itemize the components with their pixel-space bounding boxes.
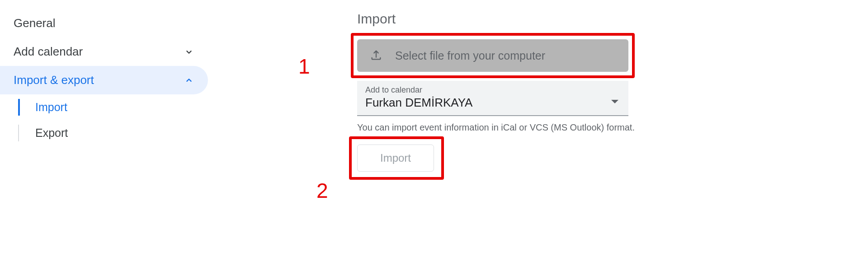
sidebar-item-label: Add calendar [14,45,83,59]
annotation-number-1: 1 [298,54,310,79]
file-select-wrapper: Select file from your computer [357,39,633,72]
upload-icon [370,49,382,63]
import-button-wrapper: Import [357,145,434,172]
calendar-field-label: Add to calendar [365,85,620,95]
settings-sidebar: General Add calendar Import & export Imp… [0,9,208,146]
sidebar-subitem-label: Export [35,126,68,139]
dropdown-arrow-icon [611,98,618,106]
chevron-down-icon [184,47,194,57]
sidebar-item-add-calendar[interactable]: Add calendar [0,37,208,66]
annotation-number-2: 2 [316,178,328,203]
import-hint-text: You can import event information in iCal… [357,122,633,133]
section-title: Import [357,11,633,27]
import-button[interactable]: Import [357,145,434,172]
import-panel: Import Select file from your computer Ad… [357,11,633,172]
add-to-calendar-select[interactable]: Add to calendar Furkan DEMİRKAYA [357,81,628,116]
sidebar-item-label: Import & export [14,73,94,87]
select-file-label: Select file from your computer [395,49,545,62]
select-file-button[interactable]: Select file from your computer [357,39,628,72]
sidebar-item-import-export[interactable]: Import & export [0,66,208,94]
sidebar-subitem-import[interactable]: Import [0,94,208,120]
sidebar-item-general[interactable]: General [0,9,208,37]
chevron-up-icon [184,75,194,86]
sidebar-subitem-export[interactable]: Export [0,120,208,146]
calendar-field-value: Furkan DEMİRKAYA [365,96,620,110]
sidebar-item-label: General [14,16,56,30]
sidebar-subitem-label: Import [35,101,67,113]
